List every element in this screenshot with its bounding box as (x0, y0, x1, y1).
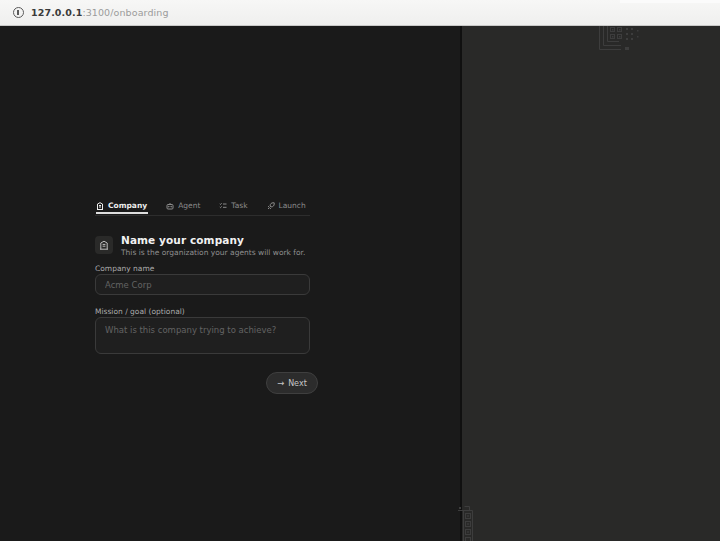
page-title: Name your company (121, 234, 244, 246)
tab-launch[interactable]: Launch (266, 199, 307, 216)
tab-label: Task (231, 201, 247, 210)
tabs-bottom-border (95, 215, 310, 216)
site-info-circle-icon[interactable] (13, 7, 24, 18)
tab-label: Agent (178, 201, 200, 210)
company-header-badge (95, 236, 113, 254)
next-button[interactable]: → Next (266, 372, 318, 394)
chrome-highlight (620, 0, 720, 3)
checklist-icon (219, 202, 227, 210)
screen: 127.0.0.1:3100/onboarding (0, 0, 720, 541)
arrow-right-icon: → (277, 378, 284, 388)
url-host: 127.0.0.1 (31, 7, 82, 18)
building-icon (99, 240, 109, 250)
building-icon (96, 202, 104, 210)
url-path: :3100/onboarding (82, 7, 168, 18)
tab-label: Company (108, 201, 147, 210)
mission-goal-textarea[interactable] (95, 317, 310, 354)
bot-icon (166, 202, 174, 210)
company-name-input[interactable] (95, 274, 310, 295)
mission-goal-label: Mission / goal (optional) (95, 307, 185, 316)
active-tab-underline (96, 212, 148, 214)
url-text[interactable]: 127.0.0.1:3100/onboarding (31, 7, 169, 18)
tab-agent[interactable]: Agent (165, 199, 201, 216)
tab-label: Launch (279, 201, 306, 210)
rocket-icon (267, 202, 275, 210)
page-subtitle: This is the organization your agents wil… (121, 248, 305, 257)
browser-address-bar[interactable]: 127.0.0.1:3100/onboarding (0, 0, 720, 26)
tab-task[interactable]: Task (218, 199, 248, 216)
right-panel (462, 26, 720, 541)
company-name-label: Company name (95, 264, 154, 273)
next-button-label: Next (288, 379, 307, 388)
